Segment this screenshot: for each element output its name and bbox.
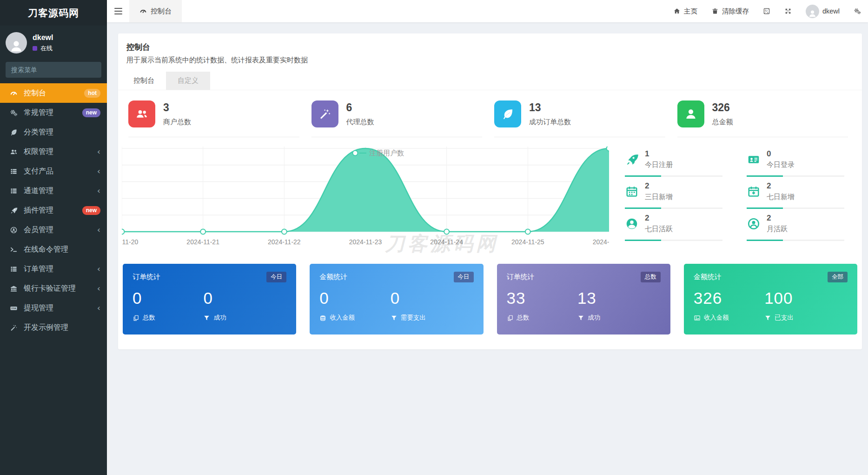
stat-label: 成功订单总数 (529, 118, 571, 127)
menu-toggle-button[interactable] (107, 0, 129, 22)
avatar (6, 32, 27, 54)
bank-icon (8, 285, 19, 293)
funnel-icon (391, 314, 398, 321)
stat-value: 6 (346, 101, 374, 114)
x-axis-label: 2024-11-23 (349, 238, 382, 246)
stat-value: 3 (163, 101, 191, 114)
user-icon (677, 100, 704, 127)
language-icon (763, 7, 770, 15)
coins-icon (319, 314, 326, 321)
cogs-icon (854, 7, 861, 15)
svg-text:注册用户数: 注册用户数 (369, 149, 404, 157)
x-axis-label: 2024-11-24 (430, 238, 463, 246)
chevron-left-icon: ‹ (97, 167, 100, 175)
mini-stat-3day-new: 2三日新增 (625, 177, 731, 209)
list-icon (8, 187, 19, 195)
sidebar-item-auth[interactable]: 权限管理 ‹ (0, 142, 107, 161)
new-badge: new (82, 206, 100, 215)
sidebar-item-dashboard[interactable]: 控制台 hot (0, 83, 107, 103)
visa-icon (8, 304, 19, 312)
sidebar-item-example[interactable]: 开发示例管理 (0, 318, 107, 337)
chevron-left-icon: ‹ (97, 304, 100, 312)
sidebar: 刀客源码网 dkewl 在线 控制台 hot 常规管理 new 分类管理 权限管… (0, 0, 107, 475)
sidebar-item-withdraw[interactable]: 提现管理 ‹ (0, 298, 107, 318)
mini-stats-grid: 1今日注册 0今日登录 2三日新增 (609, 145, 858, 248)
stat-row: 3 商户总数 6 代理总数 13 成功订单总数 (122, 100, 858, 137)
new-badge: new (82, 108, 100, 117)
user-status: 在线 (33, 44, 53, 53)
leaf-icon (494, 100, 521, 127)
chevron-left-icon: ‹ (97, 265, 100, 273)
mini-stat-7day-new: 2七日新增 (747, 177, 853, 209)
home-button[interactable]: 主页 (666, 0, 704, 22)
stat-value: 326 (712, 101, 733, 114)
stat-total-amount: 326 总金额 (677, 100, 848, 137)
copy-icon (507, 314, 514, 321)
mini-stat-today-register: 1今日注册 (625, 145, 731, 177)
card-order-total: 订单统计总数 33 总数 13 成功 (497, 264, 670, 335)
wand-icon (311, 100, 338, 127)
user-circle-icon (8, 226, 19, 234)
sidebar-item-order[interactable]: 订单管理 ‹ (0, 259, 107, 279)
content-area: 控制台 用于展示当前系统中的统计数据、统计报表及重要实时数据 控制台 自定义 3… (107, 22, 868, 475)
scope-badge: 今日 (454, 272, 474, 282)
x-axis: 2024-11-202024-11-212024-11-222024-11-23… (122, 237, 609, 248)
sidebar-item-channel[interactable]: 通道管理 ‹ (0, 181, 107, 201)
user-name: dkewl (33, 33, 53, 42)
stat-label: 总金额 (712, 118, 733, 127)
fullscreen-button[interactable] (777, 0, 799, 22)
sidebar-item-member[interactable]: 会员管理 ‹ (0, 220, 107, 240)
home-icon (673, 7, 681, 15)
scope-badge: 全部 (828, 272, 848, 282)
clear-cache-button[interactable]: 清除缓存 (704, 0, 756, 22)
sidebar-item-bankcard[interactable]: 银行卡验证管理 ‹ (0, 279, 107, 298)
stat-merchants: 3 商户总数 (128, 100, 299, 137)
funnel-icon (764, 314, 771, 321)
avatar (806, 5, 819, 18)
users-icon (128, 100, 155, 127)
mini-stat-month-active: 2月活跃 (747, 209, 853, 241)
chevron-left-icon: ‹ (97, 147, 100, 156)
sidebar-item-category[interactable]: 分类管理 (0, 122, 107, 142)
user-circle-filled-icon (625, 217, 639, 231)
gauge-icon (139, 7, 147, 15)
app-logo: 刀客源码网 (0, 0, 107, 26)
stat-label: 商户总数 (163, 118, 191, 127)
mini-stat-today-login: 0今日登录 (747, 145, 853, 177)
scope-badge: 总数 (641, 272, 661, 282)
page-subtitle: 用于展示当前系统中的统计数据、统计报表及重要实时数据 (126, 56, 854, 65)
scope-badge: 今日 (266, 272, 286, 282)
status-dot-icon (33, 46, 37, 51)
tab-custom[interactable]: 自定义 (166, 72, 210, 90)
card-order-today: 订单统计今日 0 总数 0 成功 (123, 264, 296, 335)
topbar-tab-dashboard[interactable]: 控制台 (129, 0, 182, 22)
language-button[interactable] (756, 0, 777, 22)
settings-button[interactable] (847, 0, 868, 22)
tab-dashboard[interactable]: 控制台 (122, 72, 166, 90)
registered-users-chart: 注册用户数 2024-11-202024-11-212024-11-222024… (122, 147, 609, 248)
x-axis-label: 2024-11-26 (593, 238, 609, 246)
trash-icon (711, 7, 719, 15)
search-icon (101, 67, 101, 74)
search-button[interactable] (101, 62, 101, 78)
funnel-icon (203, 314, 210, 321)
chevron-left-icon: ‹ (97, 226, 100, 234)
calendar-icon (625, 185, 639, 199)
dashboard-panel: 控制台 用于展示当前系统中的统计数据、统计报表及重要实时数据 控制台 自定义 3… (118, 33, 862, 349)
mini-stat-7day-active: 2七日活跃 (625, 209, 731, 241)
leaf-icon (8, 128, 19, 136)
sidebar-search (6, 62, 101, 78)
list-icon (8, 265, 19, 273)
sidebar-item-pay-product[interactable]: 支付产品 ‹ (0, 161, 107, 181)
cogs-icon (8, 109, 19, 117)
sidebar-item-general[interactable]: 常规管理 new (0, 103, 107, 122)
topbar: 控制台 主页 清除缓存 dkewl (107, 0, 868, 22)
search-input[interactable] (6, 62, 101, 78)
x-axis-label: 2024-11-21 (186, 238, 219, 246)
sidebar-item-addon[interactable]: 插件管理 new (0, 201, 107, 220)
x-axis-label: 2024-11-25 (511, 238, 544, 246)
page-title: 控制台 (126, 42, 854, 53)
x-axis-label: 2024-11-20 (122, 238, 138, 246)
sidebar-item-command[interactable]: 在线命令管理 (0, 240, 107, 259)
user-menu[interactable]: dkewl (799, 0, 847, 22)
